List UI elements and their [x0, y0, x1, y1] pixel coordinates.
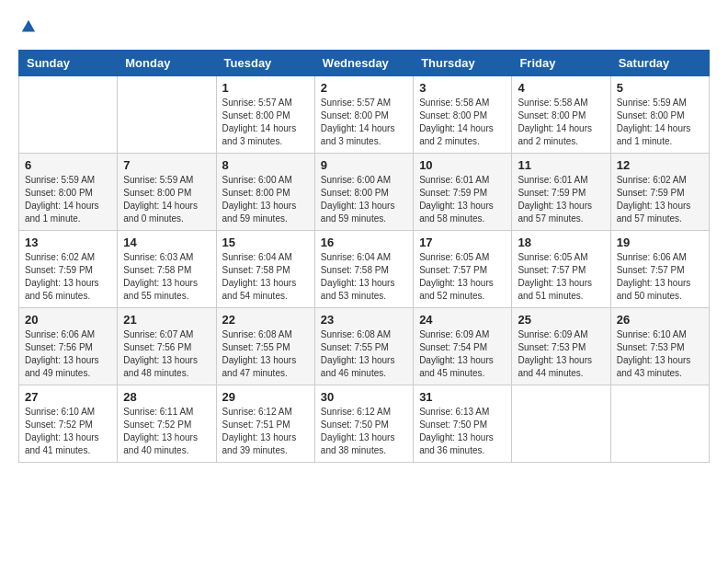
calendar-cell: 30Sunrise: 6:12 AM Sunset: 7:50 PM Dayli… [314, 385, 413, 463]
day-info: Sunrise: 6:01 AM Sunset: 7:59 PM Dayligh… [518, 174, 604, 225]
day-number: 7 [123, 158, 210, 172]
calendar-cell: 3Sunrise: 5:58 AM Sunset: 8:00 PM Daylig… [414, 76, 512, 154]
day-number: 26 [617, 313, 703, 327]
calendar-cell: 18Sunrise: 6:05 AM Sunset: 7:57 PM Dayli… [512, 231, 610, 308]
day-number: 25 [518, 313, 604, 327]
day-info: Sunrise: 6:10 AM Sunset: 7:53 PM Dayligh… [617, 328, 703, 380]
day-number: 11 [518, 158, 604, 172]
day-number: 23 [321, 313, 407, 327]
day-info: Sunrise: 6:09 AM Sunset: 7:53 PM Dayligh… [518, 328, 604, 380]
logo-icon [20, 18, 37, 35]
day-info: Sunrise: 6:08 AM Sunset: 7:55 PM Dayligh… [222, 328, 309, 380]
day-info: Sunrise: 6:02 AM Sunset: 7:59 PM Dayligh… [25, 251, 111, 303]
weekday-header-monday: Monday [118, 51, 216, 76]
day-info: Sunrise: 5:59 AM Sunset: 8:00 PM Dayligh… [123, 174, 210, 225]
weekday-header-thursday: Thursday [414, 51, 512, 76]
calendar-week-row: 13Sunrise: 6:02 AM Sunset: 7:59 PM Dayli… [19, 231, 710, 308]
weekday-header-tuesday: Tuesday [216, 51, 314, 76]
calendar-cell: 23Sunrise: 6:08 AM Sunset: 7:55 PM Dayli… [314, 308, 413, 385]
calendar-week-row: 6Sunrise: 5:59 AM Sunset: 8:00 PM Daylig… [19, 154, 710, 231]
day-info: Sunrise: 6:02 AM Sunset: 7:59 PM Dayligh… [617, 174, 703, 225]
calendar-week-row: 1Sunrise: 5:57 AM Sunset: 8:00 PM Daylig… [19, 76, 710, 154]
day-info: Sunrise: 6:09 AM Sunset: 7:54 PM Dayligh… [419, 328, 506, 380]
page-header [18, 18, 710, 35]
day-number: 3 [419, 81, 506, 95]
day-info: Sunrise: 6:03 AM Sunset: 7:58 PM Dayligh… [123, 251, 210, 303]
day-info: Sunrise: 5:58 AM Sunset: 8:00 PM Dayligh… [419, 97, 506, 148]
calendar-cell: 10Sunrise: 6:01 AM Sunset: 7:59 PM Dayli… [414, 154, 512, 231]
calendar-week-row: 27Sunrise: 6:10 AM Sunset: 7:52 PM Dayli… [19, 385, 710, 463]
day-info: Sunrise: 6:06 AM Sunset: 7:56 PM Dayligh… [25, 328, 111, 380]
day-info: Sunrise: 6:13 AM Sunset: 7:50 PM Dayligh… [419, 406, 506, 457]
weekday-header-wednesday: Wednesday [314, 51, 413, 76]
day-info: Sunrise: 5:57 AM Sunset: 8:00 PM Dayligh… [222, 97, 309, 148]
calendar-cell: 11Sunrise: 6:01 AM Sunset: 7:59 PM Dayli… [512, 154, 610, 231]
day-number: 27 [25, 390, 111, 404]
calendar-cell: 14Sunrise: 6:03 AM Sunset: 7:58 PM Dayli… [118, 231, 216, 308]
day-number: 16 [321, 236, 407, 249]
calendar-cell: 22Sunrise: 6:08 AM Sunset: 7:55 PM Dayli… [216, 308, 314, 385]
day-info: Sunrise: 6:00 AM Sunset: 8:00 PM Dayligh… [222, 174, 309, 225]
calendar-cell [19, 76, 118, 154]
day-number: 10 [419, 158, 506, 172]
calendar-cell: 12Sunrise: 6:02 AM Sunset: 7:59 PM Dayli… [610, 154, 709, 231]
calendar-cell: 2Sunrise: 5:57 AM Sunset: 8:00 PM Daylig… [314, 76, 413, 154]
calendar-cell: 13Sunrise: 6:02 AM Sunset: 7:59 PM Dayli… [19, 231, 118, 308]
calendar-cell: 5Sunrise: 5:59 AM Sunset: 8:00 PM Daylig… [610, 76, 709, 154]
day-info: Sunrise: 6:12 AM Sunset: 7:51 PM Dayligh… [222, 406, 309, 457]
day-info: Sunrise: 6:12 AM Sunset: 7:50 PM Dayligh… [321, 406, 407, 457]
calendar-cell: 26Sunrise: 6:10 AM Sunset: 7:53 PM Dayli… [610, 308, 709, 385]
day-number: 30 [321, 390, 407, 404]
day-number: 28 [123, 390, 210, 404]
calendar-cell: 9Sunrise: 6:00 AM Sunset: 8:00 PM Daylig… [314, 154, 413, 231]
day-info: Sunrise: 6:04 AM Sunset: 7:58 PM Dayligh… [222, 251, 309, 303]
calendar-cell: 7Sunrise: 5:59 AM Sunset: 8:00 PM Daylig… [118, 154, 216, 231]
calendar-cell [512, 385, 610, 463]
calendar-table: SundayMondayTuesdayWednesdayThursdayFrid… [18, 50, 710, 463]
calendar-cell: 31Sunrise: 6:13 AM Sunset: 7:50 PM Dayli… [414, 385, 512, 463]
day-number: 21 [123, 313, 210, 327]
day-number: 14 [123, 236, 210, 249]
day-info: Sunrise: 5:59 AM Sunset: 8:00 PM Dayligh… [25, 174, 111, 225]
weekday-header-row: SundayMondayTuesdayWednesdayThursdayFrid… [19, 51, 710, 76]
day-info: Sunrise: 6:06 AM Sunset: 7:57 PM Dayligh… [617, 251, 703, 303]
calendar-cell [610, 385, 709, 463]
day-number: 17 [419, 236, 506, 249]
calendar-cell: 17Sunrise: 6:05 AM Sunset: 7:57 PM Dayli… [414, 231, 512, 308]
day-info: Sunrise: 6:01 AM Sunset: 7:59 PM Dayligh… [419, 174, 506, 225]
calendar-cell: 8Sunrise: 6:00 AM Sunset: 8:00 PM Daylig… [216, 154, 314, 231]
day-number: 5 [617, 81, 703, 95]
calendar-cell: 24Sunrise: 6:09 AM Sunset: 7:54 PM Dayli… [414, 308, 512, 385]
day-number: 12 [617, 158, 703, 172]
calendar-cell: 25Sunrise: 6:09 AM Sunset: 7:53 PM Dayli… [512, 308, 610, 385]
day-number: 15 [222, 236, 309, 249]
day-info: Sunrise: 5:57 AM Sunset: 8:00 PM Dayligh… [321, 97, 407, 148]
day-number: 20 [25, 313, 111, 327]
day-number: 22 [222, 313, 309, 327]
calendar-cell: 1Sunrise: 5:57 AM Sunset: 8:00 PM Daylig… [216, 76, 314, 154]
calendar-cell: 21Sunrise: 6:07 AM Sunset: 7:56 PM Dayli… [118, 308, 216, 385]
calendar-cell: 15Sunrise: 6:04 AM Sunset: 7:58 PM Dayli… [216, 231, 314, 308]
calendar-cell: 4Sunrise: 5:58 AM Sunset: 8:00 PM Daylig… [512, 76, 610, 154]
calendar-cell: 20Sunrise: 6:06 AM Sunset: 7:56 PM Dayli… [19, 308, 118, 385]
calendar-cell: 27Sunrise: 6:10 AM Sunset: 7:52 PM Dayli… [19, 385, 118, 463]
day-number: 29 [222, 390, 309, 404]
calendar-cell: 28Sunrise: 6:11 AM Sunset: 7:52 PM Dayli… [118, 385, 216, 463]
day-number: 4 [518, 81, 604, 95]
calendar-cell: 16Sunrise: 6:04 AM Sunset: 7:58 PM Dayli… [314, 231, 413, 308]
day-number: 19 [617, 236, 703, 249]
calendar-week-row: 20Sunrise: 6:06 AM Sunset: 7:56 PM Dayli… [19, 308, 710, 385]
day-info: Sunrise: 6:08 AM Sunset: 7:55 PM Dayligh… [321, 328, 407, 380]
calendar-cell: 19Sunrise: 6:06 AM Sunset: 7:57 PM Dayli… [610, 231, 709, 308]
day-number: 13 [25, 236, 111, 249]
calendar-cell: 29Sunrise: 6:12 AM Sunset: 7:51 PM Dayli… [216, 385, 314, 463]
day-info: Sunrise: 6:10 AM Sunset: 7:52 PM Dayligh… [25, 406, 111, 457]
weekday-header-sunday: Sunday [19, 51, 118, 76]
calendar-cell: 6Sunrise: 5:59 AM Sunset: 8:00 PM Daylig… [19, 154, 118, 231]
day-info: Sunrise: 6:11 AM Sunset: 7:52 PM Dayligh… [123, 406, 210, 457]
day-number: 2 [321, 81, 407, 95]
weekday-header-friday: Friday [512, 51, 610, 76]
day-info: Sunrise: 6:04 AM Sunset: 7:58 PM Dayligh… [321, 251, 407, 303]
day-info: Sunrise: 5:59 AM Sunset: 8:00 PM Dayligh… [617, 97, 703, 148]
svg-marker-0 [22, 20, 35, 32]
